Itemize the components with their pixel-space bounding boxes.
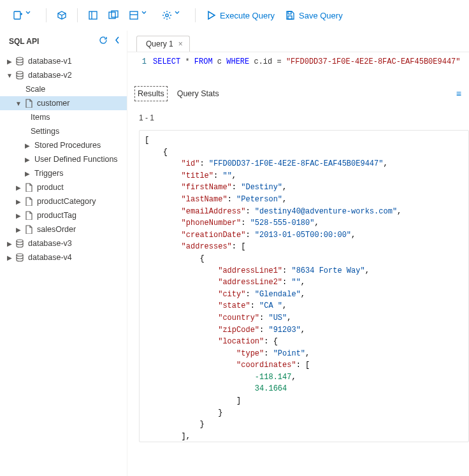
panels-icon <box>108 10 119 20</box>
db-item-database-v3[interactable]: ▶database-v3 <box>0 236 127 250</box>
settings-item[interactable]: Settings <box>0 124 127 138</box>
main: Query 1 × 1 SELECT * FROM c WHERE c.id =… <box>127 31 469 476</box>
items-item[interactable]: Items <box>0 110 127 124</box>
caret-right-icon: ▶ <box>15 184 22 191</box>
new-icon <box>13 10 23 20</box>
svg-rect-8 <box>288 11 291 14</box>
caret-right-icon: ▶ <box>15 212 22 219</box>
tabs-bar: Query 1 × <box>127 31 469 52</box>
line-number: 1 <box>127 57 153 66</box>
caret-right-icon: ▶ <box>6 254 13 261</box>
db-label: database-v1 <box>27 57 72 66</box>
scale-label: Scale <box>24 85 45 94</box>
tab-label: Query 1 <box>146 40 173 48</box>
cube-icon <box>57 10 67 20</box>
document-icon <box>24 211 33 220</box>
svg-rect-0 <box>14 11 20 19</box>
caret-down-icon: ▼ <box>6 72 13 79</box>
close-icon[interactable]: × <box>178 40 183 48</box>
caret-down-icon: ▼ <box>15 100 22 107</box>
save-label: Save Query <box>299 11 343 20</box>
panel-dropdown-button[interactable] <box>125 8 155 23</box>
save-icon <box>285 10 295 20</box>
separator <box>195 8 196 22</box>
triggers-item[interactable]: ▶Triggers <box>0 166 127 180</box>
panel1-button[interactable] <box>84 8 102 23</box>
tab-query-stats[interactable]: Query Stats <box>176 88 220 99</box>
tab-results[interactable]: Results <box>136 88 166 99</box>
sql-editor[interactable]: 1 SELECT * FROM c WHERE c.id = "FFD0DD37… <box>127 52 469 84</box>
scale-item[interactable]: Scale <box>0 82 127 96</box>
new-button[interactable] <box>9 8 40 23</box>
panel-icon <box>88 10 98 20</box>
db-item-database-v4[interactable]: ▶database-v4 <box>0 250 127 264</box>
collapse-icon[interactable] <box>114 36 120 47</box>
chevron-down-icon <box>25 10 36 20</box>
db-label: database-v2 <box>27 71 72 80</box>
svg-rect-9 <box>288 16 292 19</box>
caret-right-icon: ▶ <box>6 58 13 65</box>
play-icon <box>206 10 216 20</box>
toolbar: Execute Query Save Query <box>0 0 469 31</box>
caret-right-icon: ▶ <box>24 170 31 177</box>
separator <box>77 8 78 22</box>
execute-query-button[interactable]: Execute Query <box>202 8 278 23</box>
svg-rect-1 <box>89 11 97 19</box>
grip-icon[interactable]: ≡ <box>456 89 463 99</box>
svg-rect-5 <box>130 11 138 19</box>
save-query-button[interactable]: Save Query <box>281 8 347 23</box>
refresh-icon[interactable] <box>99 36 108 47</box>
udfs-item[interactable]: ▶User Defined Functions <box>0 152 127 166</box>
container-item-salesOrder[interactable]: ▶salesOrder <box>0 222 127 236</box>
caret-right-icon: ▶ <box>24 156 31 163</box>
sidebar-header: SQL API <box>0 31 127 52</box>
cube-button[interactable] <box>53 8 71 23</box>
svg-point-10 <box>17 57 23 60</box>
sprocs-item[interactable]: ▶Stored Procedures <box>0 138 127 152</box>
separator <box>46 8 47 22</box>
database-icon <box>15 253 24 262</box>
svg-point-12 <box>17 240 23 242</box>
db-item-database-v1[interactable]: ▶ database-v1 <box>0 54 127 68</box>
results-json[interactable]: [ { "id": "FFD0DD37-1F0E-4E2E-8FAC-EAF45… <box>139 130 469 442</box>
results-pane: Results Query Stats ≡ 1 - 1 [ { "id": "F… <box>127 84 469 442</box>
chevron-down-icon <box>141 10 152 20</box>
tab-query1[interactable]: Query 1 × <box>136 36 190 52</box>
result-count: 1 - 1 <box>127 103 469 127</box>
chevron-down-icon <box>175 10 185 20</box>
database-icon <box>15 239 24 248</box>
database-icon <box>15 71 24 80</box>
caret-right-icon: ▶ <box>24 142 31 149</box>
database-icon <box>15 57 24 66</box>
svg-point-11 <box>17 71 23 74</box>
sql-code: SELECT * FROM c WHERE c.id = "FFD0DD37-1… <box>153 57 469 66</box>
panel2-button[interactable] <box>105 8 122 23</box>
container-item-customer[interactable]: ▼ customer <box>0 96 127 110</box>
svg-point-13 <box>17 254 23 256</box>
container-item-productTag[interactable]: ▶productTag <box>0 208 127 222</box>
tree: ▶ database-v1 ▼ database-v2 Scale ▼ <box>0 52 127 264</box>
svg-point-7 <box>166 14 168 17</box>
document-icon <box>24 99 33 108</box>
document-icon <box>24 197 33 206</box>
document-icon <box>24 225 33 234</box>
settings-dropdown-button[interactable] <box>158 8 189 23</box>
caret-right-icon: ▶ <box>6 240 13 247</box>
sidebar-title: SQL API <box>9 37 39 46</box>
caret-right-icon: ▶ <box>15 226 22 233</box>
sidebar: SQL API ▶ database-v1 ▼ database-v2 <box>0 31 127 476</box>
container-item-product[interactable]: ▶product <box>0 180 127 194</box>
db-item-database-v2[interactable]: ▼ database-v2 <box>0 68 127 82</box>
container-item-productCategory[interactable]: ▶productCategory <box>0 194 127 208</box>
caret-right-icon: ▶ <box>15 198 22 205</box>
gear-icon <box>162 10 172 20</box>
execute-label: Execute Query <box>220 11 275 20</box>
container-label: customer <box>36 99 69 108</box>
panel-split-icon <box>129 10 139 20</box>
document-icon <box>24 183 33 192</box>
results-subtabs: Results Query Stats <box>136 88 220 99</box>
